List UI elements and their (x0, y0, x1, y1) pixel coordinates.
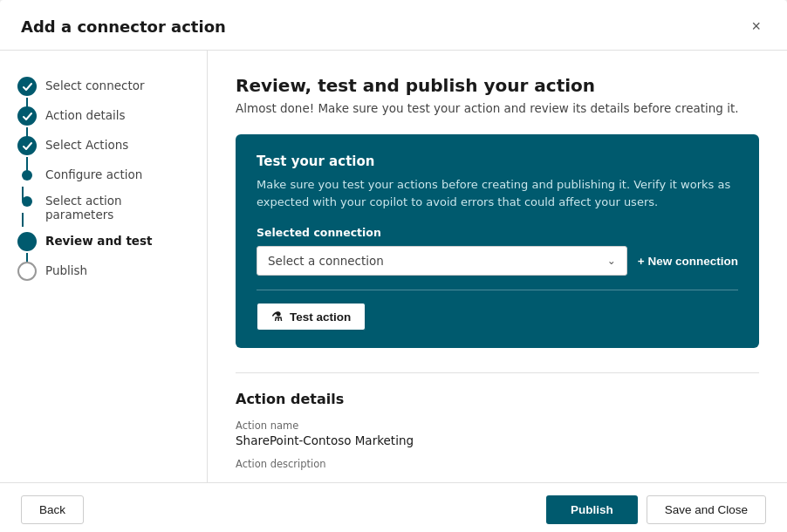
dialog-title: Add a connector action (21, 17, 226, 36)
flask-icon: ⚗ (271, 310, 283, 324)
step-icon-select-connector (17, 77, 37, 96)
step-icon-publish (17, 262, 37, 281)
sidebar-item-publish[interactable]: Publish (0, 256, 207, 286)
step-label-select-action-parameters: Select action parameters (45, 192, 193, 222)
connection-select-placeholder: Select a connection (268, 254, 384, 268)
sidebar-item-review-and-test[interactable]: Review and test (0, 227, 207, 256)
step-label-action-details: Action details (45, 106, 126, 122)
step-label-review-and-test: Review and test (45, 232, 153, 248)
save-and-close-button[interactable]: Save and Close (647, 495, 766, 524)
action-name-label: Action name (236, 419, 759, 432)
sidebar-item-configure-action[interactable]: Configure action (0, 160, 207, 187)
action-name-value: SharePoint-Contoso Marketing (236, 433, 759, 447)
add-connector-action-dialog: Add a connector action × Select connecto… (0, 0, 787, 532)
sidebar-item-select-action-parameters[interactable]: Select action parameters (0, 187, 207, 227)
step-icon-select-actions (17, 136, 37, 155)
publish-button[interactable]: Publish (546, 495, 638, 524)
new-connection-button[interactable]: + New connection (638, 255, 738, 268)
dialog-body: Select connector Action details Select A… (0, 51, 787, 482)
footer-right-actions: Publish Save and Close (546, 495, 766, 524)
section-divider (236, 372, 759, 373)
sidebar-item-select-connector[interactable]: Select connector (0, 72, 207, 101)
back-button[interactable]: Back (21, 495, 84, 524)
chevron-down-icon: ⌄ (607, 255, 616, 267)
test-card-title: Test your action (257, 153, 738, 169)
sidebar: Select connector Action details Select A… (0, 51, 208, 482)
selected-connection-label: Selected connection (257, 226, 738, 239)
sidebar-item-action-details[interactable]: Action details (0, 101, 207, 131)
test-action-label: Test action (290, 310, 351, 324)
test-action-button[interactable]: ⚗ Test action (257, 303, 366, 331)
main-content: Review, test and publish your action Alm… (208, 51, 787, 482)
action-description-field: Action description (236, 458, 759, 472)
sidebar-item-select-actions[interactable]: Select Actions (0, 131, 207, 160)
action-details-title: Action details (236, 391, 759, 407)
close-button[interactable]: × (746, 16, 766, 38)
page-title: Review, test and publish your action (236, 75, 759, 96)
step-icon-select-action-parameters (22, 196, 32, 207)
step-label-publish: Publish (45, 262, 87, 277)
card-divider (257, 290, 738, 290)
dialog-footer: Back Publish Save and Close (0, 482, 787, 532)
action-name-field: Action name SharePoint-Contoso Marketing (236, 419, 759, 447)
step-label-select-connector: Select connector (45, 77, 145, 92)
step-icon-configure-action (22, 170, 32, 181)
connection-row: Select a connection ⌄ + New connection (257, 246, 738, 276)
step-icon-action-details (17, 106, 37, 126)
step-label-select-actions: Select Actions (45, 136, 128, 152)
action-description-label: Action description (236, 458, 759, 470)
step-icon-review-and-test (17, 232, 37, 251)
step-connector-5 (22, 213, 24, 227)
step-label-configure-action: Configure action (45, 166, 142, 181)
dialog-header: Add a connector action × (0, 0, 787, 51)
connection-select-dropdown[interactable]: Select a connection ⌄ (257, 246, 627, 276)
test-card: Test your action Make sure you test your… (236, 134, 759, 348)
test-card-description: Make sure you test your actions before c… (257, 176, 738, 210)
page-subtitle: Almost done! Make sure you test your act… (236, 101, 759, 115)
